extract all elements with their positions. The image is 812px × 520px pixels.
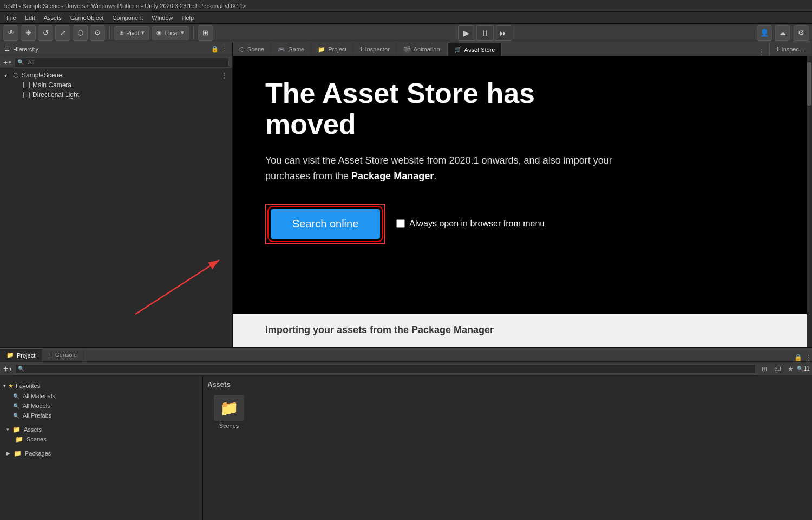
packages-folder-header[interactable]: ▶ 📁 Packages	[0, 448, 202, 458]
play-button[interactable]: ▶	[458, 25, 475, 41]
materials-search-icon: 🔍	[13, 393, 19, 399]
title-bar: test9 - SampleScene - Universal Windows …	[0, 0, 812, 12]
asset-store-scrollbar[interactable]	[807, 56, 812, 347]
hierarchy-header-icons: 🔒 ⋮	[211, 46, 228, 53]
fav-all-prefabs[interactable]: 🔍 All Prefabs	[0, 411, 202, 420]
assets-panel-header: Assets	[207, 380, 808, 388]
scenes-asset-folder[interactable]: 📁 Scenes	[209, 395, 248, 429]
assets-folder-header[interactable]: ▾ 📁 Assets	[0, 425, 202, 434]
project-filter-icons: ⊞ 🏷 ★ 🔍11	[759, 363, 809, 374]
packages-folder-label: Packages	[25, 450, 51, 457]
title-bar-text: test9 - SampleScene - Universal Windows …	[4, 3, 246, 9]
hierarchy-more-icon[interactable]: ⋮	[222, 46, 228, 53]
collab-btn[interactable]: 👤	[757, 25, 772, 41]
light-object-icon	[23, 91, 30, 99]
project-add-button[interactable]: +▾	[3, 364, 12, 374]
tab-game[interactable]: 🎮 Game	[271, 43, 311, 56]
project-search-input[interactable]	[26, 364, 753, 374]
hierarchy-search-input[interactable]	[25, 57, 226, 67]
favorites-expand-arrow: ▾	[3, 383, 6, 388]
hierarchy-add-button[interactable]: +▾	[3, 58, 11, 67]
local-label: Local	[164, 30, 178, 36]
step-button[interactable]: ⏭	[495, 25, 512, 41]
bottom-project-icon: 📁	[6, 352, 14, 359]
assets-folder-label: Assets	[24, 426, 42, 433]
local-arrow: ▾	[181, 29, 184, 36]
search-online-button[interactable]: Search online	[271, 209, 380, 239]
hierarchy-lock-icon[interactable]: 🔒	[211, 46, 219, 53]
tab-scene[interactable]: ⬡ Scene	[233, 43, 271, 56]
bottom-lock-icon[interactable]: 🔒	[794, 354, 802, 361]
scene-expand-arrow: ▾	[4, 73, 12, 79]
tab-asset-store[interactable]: 🛒 Asset Store	[447, 43, 502, 56]
bottom-console-icon: ≡	[49, 352, 52, 358]
asset-store-scrollbar-thumb[interactable]	[807, 62, 811, 106]
cloud-btn[interactable]: ☁	[775, 25, 790, 41]
menu-gameobject[interactable]: GameObject	[66, 14, 108, 22]
hierarchy-title: Hierarchy	[13, 46, 38, 53]
bottom-project-label: Project	[17, 352, 35, 359]
menu-window[interactable]: Window	[147, 14, 177, 22]
tag-icon[interactable]: 🏷	[772, 363, 783, 374]
tool-scale[interactable]: ⤢	[55, 25, 70, 41]
local-dropdown[interactable]: ◉ Local ▾	[152, 26, 188, 40]
tab-project[interactable]: 📁 Project	[311, 43, 353, 56]
toolbar: 👁 ✥ ↺ ⤢ ⬡ ⚙ ⊕ Pivot ▾ ◉ Local ▾ ⊞ ▶ ⏸ ⏭ …	[0, 24, 812, 42]
hierarchy-scene-name: SampleScene	[22, 72, 62, 79]
asset-store-actions: Search online Always open in browser fro…	[265, 204, 780, 244]
asset-store-panel: The Asset Store has moved You can visit …	[233, 56, 812, 347]
menu-assets[interactable]: Assets	[40, 14, 66, 22]
menu-file[interactable]: File	[2, 14, 21, 22]
packages-expand-arrow: ▶	[6, 451, 10, 456]
bottom-more-icon[interactable]: ⋮	[806, 354, 812, 361]
scenes-folder-label: Scenes	[27, 436, 47, 443]
inspec-right-label: Inspec…	[782, 46, 805, 53]
assets-grid: 📁 Scenes	[207, 393, 808, 431]
tool-move[interactable]: ✥	[21, 25, 36, 41]
tab-strip-more-icon[interactable]: ⋮	[758, 48, 765, 56]
search-icon: 🔍	[17, 59, 24, 65]
tool-transform[interactable]: ⚙	[90, 25, 105, 41]
filter-icon[interactable]: ⊞	[759, 363, 770, 374]
project-tab-label: Project	[328, 46, 346, 53]
tool-rotate[interactable]: ↺	[38, 25, 53, 41]
menu-help[interactable]: Help	[177, 14, 198, 22]
grid-btn[interactable]: ⊞	[198, 25, 213, 41]
hierarchy-scene-row[interactable]: ▾ ⬡ SampleScene ⋮	[0, 70, 232, 80]
project-toolbar: +▾ 🔍 ⊞ 🏷 ★ 🔍11	[0, 362, 812, 376]
project-sidebar: ▾ ★ Favorites 🔍 All Materials 🔍 All Mode…	[0, 376, 203, 520]
star-filter-icon[interactable]: ★	[785, 363, 796, 374]
tool-eye[interactable]: 👁	[3, 25, 18, 41]
favorites-header[interactable]: ▾ ★ Favorites	[0, 380, 202, 391]
tab-inspec-right[interactable]: ℹ Inspec…	[769, 43, 812, 56]
models-search-icon: 🔍	[13, 403, 19, 409]
scenes-folder-icon: 📁	[15, 435, 23, 443]
hierarchy-directionallight-row[interactable]: Directional Light	[0, 90, 232, 100]
packages-folder-icon: 📁	[14, 450, 22, 457]
right-panel: ⬡ Scene 🎮 Game 📁 Project ℹ Inspector 🎬 A…	[233, 42, 812, 347]
bottom-tab-project[interactable]: 📁 Project	[0, 348, 42, 361]
pivot-dropdown[interactable]: ⊕ Pivot ▾	[114, 26, 149, 40]
pause-button[interactable]: ⏸	[476, 25, 494, 41]
bottom-tab-console[interactable]: ≡ Console	[42, 348, 84, 361]
pivot-arrow: ▾	[141, 29, 145, 36]
tab-animation[interactable]: 🎬 Animation	[397, 43, 447, 56]
menu-component[interactable]: Component	[108, 14, 147, 22]
menu-edit[interactable]: Edit	[21, 14, 40, 22]
fav-all-models[interactable]: 🔍 All Models	[0, 401, 202, 411]
hierarchy-maincamera-row[interactable]: Main Camera	[0, 80, 232, 90]
layers-icon[interactable]: 🔍11	[798, 363, 809, 374]
tab-inspector[interactable]: ℹ Inspector	[353, 43, 396, 56]
browser-checkbox[interactable]	[396, 219, 405, 228]
fav-all-materials[interactable]: 🔍 All Materials	[0, 391, 202, 401]
browser-checkbox-label: Always open in browser from menu	[409, 219, 545, 229]
hierarchy-header: ☰ Hierarchy 🔒 ⋮	[0, 42, 232, 56]
inspector-tab-icon: ℹ	[360, 46, 362, 53]
scene-more-icon[interactable]: ⋮	[220, 71, 228, 80]
asset-store-inner: The Asset Store has moved You can visit …	[233, 56, 812, 314]
account-btn[interactable]: ⚙	[794, 25, 809, 41]
prefabs-search-icon: 🔍	[13, 413, 19, 419]
fav-all-models-label: All Models	[23, 402, 50, 409]
scenes-folder-item[interactable]: 📁 Scenes	[0, 434, 202, 444]
tool-rect[interactable]: ⬡	[73, 25, 88, 41]
